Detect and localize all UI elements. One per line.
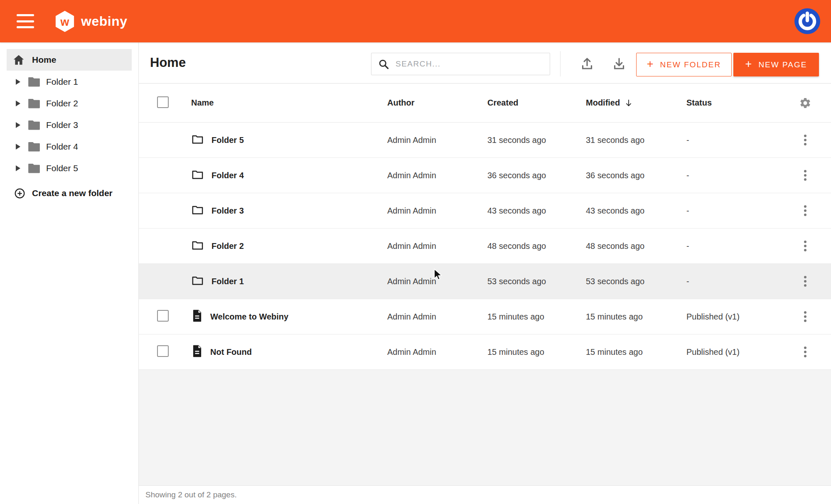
folder-filled-icon — [28, 76, 40, 87]
topbar: w webiny — [0, 0, 831, 42]
header-created[interactable]: Created — [487, 98, 586, 108]
page-title: Home — [150, 55, 186, 70]
folder-filled-icon — [28, 141, 40, 152]
folder-tree: Folder 1 Folder 2 Folder 3 Folder 4 — [0, 71, 138, 179]
brand-wordmark: webiny — [81, 14, 127, 29]
kebab-menu-icon[interactable] — [801, 167, 809, 183]
row-modified: 15 minutes ago — [586, 312, 686, 322]
showing-count-text: Showing 2 out of 2 pages. — [145, 490, 237, 499]
row-status: - — [686, 206, 797, 216]
sidebar-folder-label: Folder 3 — [46, 120, 78, 130]
header-status[interactable]: Status — [686, 98, 797, 108]
table-row[interactable]: Folder 3 Admin Admin 43 seconds ago 43 s… — [139, 193, 831, 229]
table-row[interactable]: Folder 4 Admin Admin 36 seconds ago 36 s… — [139, 158, 831, 193]
row-author: Admin Admin — [387, 312, 487, 322]
plus-icon: + — [647, 58, 654, 71]
header-modified[interactable]: Modified — [586, 98, 686, 108]
import-upload-button[interactable] — [578, 52, 597, 75]
page-list-main: Home — [139, 42, 831, 504]
row-author: Admin Admin — [387, 347, 487, 357]
sidebar-folder-label: Folder 2 — [46, 98, 78, 108]
row-name: Not Found — [210, 347, 252, 357]
page-icon — [191, 345, 203, 359]
table-row[interactable]: Not Found Admin Admin 15 minutes ago 15 … — [139, 334, 831, 370]
header-author[interactable]: Author — [387, 98, 487, 108]
kebab-menu-icon[interactable] — [801, 273, 809, 289]
new-folder-button[interactable]: + NEW FOLDER — [636, 53, 732, 76]
folder-filled-icon — [28, 120, 40, 130]
kebab-menu-icon[interactable] — [801, 132, 809, 148]
sidebar-item-home[interactable]: Home — [7, 49, 132, 71]
row-created: 43 seconds ago — [487, 206, 586, 216]
row-status: Published (v1) — [686, 312, 797, 322]
row-status: Published (v1) — [686, 347, 797, 357]
chevron-right-icon[interactable] — [16, 122, 20, 128]
row-created: 36 seconds ago — [487, 171, 586, 180]
circle-plus-icon — [14, 188, 25, 199]
new-page-label: NEW PAGE — [758, 60, 807, 69]
row-created: 15 minutes ago — [487, 312, 586, 322]
create-folder-label: Create a new folder — [32, 188, 113, 198]
row-created: 48 seconds ago — [487, 241, 586, 251]
folder-filled-icon — [28, 98, 40, 109]
chevron-right-icon[interactable] — [16, 101, 20, 106]
kebab-menu-icon[interactable] — [801, 203, 809, 219]
folder-icon — [191, 133, 204, 148]
row-modified: 31 seconds ago — [586, 135, 686, 145]
table-row[interactable]: Folder 1 Admin Admin 53 seconds ago 53 s… — [139, 264, 831, 299]
row-status: - — [686, 241, 797, 251]
search-box[interactable] — [371, 53, 550, 75]
page-icon — [191, 310, 203, 324]
search-input[interactable] — [396, 59, 543, 69]
webiny-logo: w webiny — [55, 10, 127, 32]
table-row[interactable]: Folder 5 Admin Admin 31 seconds ago 31 s… — [139, 123, 831, 158]
export-download-button[interactable] — [610, 52, 629, 75]
row-modified: 53 seconds ago — [586, 277, 686, 286]
folder-icon — [191, 274, 204, 289]
row-status: - — [686, 277, 797, 286]
row-status: - — [686, 135, 797, 145]
new-page-button[interactable]: + NEW PAGE — [733, 53, 819, 76]
sidebar-folder-label: Folder 4 — [46, 142, 78, 152]
row-checkbox[interactable] — [157, 345, 169, 357]
row-author: Admin Admin — [387, 171, 487, 180]
create-new-folder-button[interactable]: Create a new folder — [0, 186, 138, 201]
header-name[interactable]: Name — [191, 98, 387, 108]
sidebar-home-label: Home — [32, 55, 56, 65]
table-row[interactable]: Folder 2 Admin Admin 48 seconds ago 48 s… — [139, 229, 831, 264]
row-checkbox[interactable] — [157, 310, 169, 322]
table-row[interactable]: Welcome to Webiny Admin Admin 15 minutes… — [139, 299, 831, 334]
row-name: Welcome to Webiny — [210, 312, 288, 322]
sidebar-folder-item[interactable]: Folder 5 — [0, 157, 138, 179]
row-created: 53 seconds ago — [487, 277, 586, 286]
kebab-menu-icon[interactable] — [801, 309, 809, 325]
user-avatar[interactable] — [794, 8, 820, 34]
empty-area — [139, 370, 831, 485]
row-author: Admin Admin — [387, 241, 487, 251]
select-all-checkbox[interactable] — [157, 96, 169, 108]
row-author: Admin Admin — [387, 277, 487, 286]
sort-descending-icon — [624, 98, 633, 108]
sidebar-folder-label: Folder 1 — [46, 77, 78, 87]
kebab-menu-icon[interactable] — [801, 344, 809, 360]
row-author: Admin Admin — [387, 135, 487, 145]
sidebar-folder-item[interactable]: Folder 3 — [0, 114, 138, 136]
row-name: Folder 1 — [211, 277, 244, 286]
row-modified: 43 seconds ago — [586, 206, 686, 216]
kebab-menu-icon[interactable] — [801, 238, 809, 254]
sidebar-folder-item[interactable]: Folder 1 — [0, 71, 138, 93]
row-created: 15 minutes ago — [487, 347, 586, 357]
row-status: - — [686, 171, 797, 180]
row-modified: 36 seconds ago — [586, 171, 686, 180]
home-icon — [12, 54, 25, 66]
webiny-hexagon-icon: w — [55, 10, 75, 32]
table-settings-gear-icon[interactable] — [799, 96, 811, 110]
chevron-right-icon[interactable] — [16, 79, 20, 85]
sidebar-folder-item[interactable]: Folder 4 — [0, 136, 138, 157]
chevron-right-icon[interactable] — [16, 165, 20, 171]
new-folder-label: NEW FOLDER — [660, 60, 721, 69]
chevron-right-icon[interactable] — [16, 144, 20, 150]
hamburger-menu-icon[interactable] — [17, 14, 34, 28]
table-body: Folder 5 Admin Admin 31 seconds ago 31 s… — [139, 123, 831, 370]
sidebar-folder-item[interactable]: Folder 2 — [0, 93, 138, 114]
